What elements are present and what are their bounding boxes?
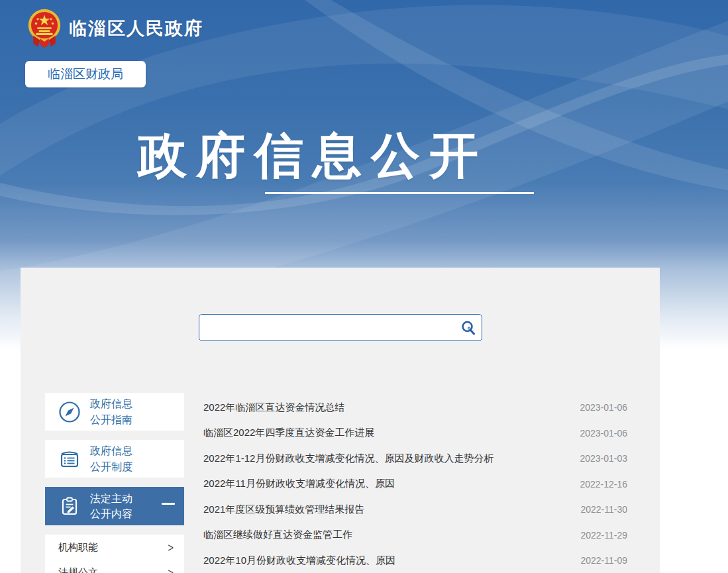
national-emblem-icon [28,7,61,50]
sidebar-item-guide[interactable]: 政府信息 公开指南 [45,393,184,431]
article-date: 2022-11-30 [580,504,627,515]
sidebar-item-label: 政府信息 公开指南 [90,396,132,427]
clipboard-pencil-icon [58,495,81,517]
article-title[interactable]: 临淄区2022年四季度直达资金工作进展 [203,427,374,439]
submenu-item[interactable]: 法规公文 > [45,560,184,573]
search-button[interactable] [455,315,482,340]
article-date: 2022-12-16 [580,479,627,490]
sidebar-submenu: 机构职能 > 法规公文 > [45,535,184,573]
list-item[interactable]: 临淄区继续做好直达资金监管工作 2022-11-29 [203,523,627,548]
list-item[interactable]: 2022年11月份财政收支增减变化情况、原因 2022-12-16 [203,472,627,497]
article-title[interactable]: 2022年11月份财政收支增减变化情况、原因 [203,478,395,490]
article-date: 2023-01-06 [580,402,627,413]
search-icon [460,320,476,336]
search-box [199,314,482,341]
article-date: 2022-11-09 [580,555,627,566]
compass-icon [58,401,81,423]
article-date: 2023-01-03 [580,453,627,464]
article-title[interactable]: 2022年1-12月份财政收支增减变化情况、原因及财政收入走势分析 [203,452,494,465]
submenu-item-label: 机构职能 [58,541,98,554]
article-title[interactable]: 临淄区继续做好直达资金监管工作 [203,529,352,541]
sidebar-nav: 政府信息 公开指南 政府信息 公开制度 [45,393,184,573]
department-badge-button[interactable]: 临淄区财政局 [25,61,146,87]
sidebar-item-rules[interactable]: 政府信息 公开制度 [45,440,184,478]
list-item[interactable]: 2022年1-12月份财政收支增减变化情况、原因及财政收入走势分析 2023-0… [203,446,627,472]
list-item[interactable]: 2022年10月份财政收支增减变化情况、原因 2022-11-09 [203,548,627,573]
submenu-item[interactable]: 机构职能 > [45,535,184,560]
header-brand: 临淄区人民政府 [28,7,203,50]
sidebar-item-label: 法定主动 公开内容 [90,491,132,521]
collapse-minus-icon[interactable] [162,503,175,505]
list-item[interactable]: 2022年临淄区直达资金情况总结 2023-01-06 [203,395,627,421]
article-title[interactable]: 2022年临淄区直达资金情况总结 [203,401,344,414]
chevron-right-icon: > [168,541,174,554]
list-item[interactable]: 临淄区2022年四季度直达资金工作进展 2023-01-06 [203,421,627,446]
article-title[interactable]: 2021年度区级预算绩效管理结果报告 [203,503,364,516]
article-date: 2023-01-06 [580,428,627,439]
chevron-right-icon: > [168,566,174,573]
article-title[interactable]: 2022年10月份财政收支增减变化情况、原因 [203,554,395,567]
submenu-item-label: 法规公文 [58,566,98,573]
sidebar-item-statutory-disclosure[interactable]: 法定主动 公开内容 [45,487,184,525]
rules-book-icon [58,448,81,470]
content-panel: 政府信息 公开指南 政府信息 公开制度 [21,268,660,573]
list-item[interactable]: 2021年度区级预算绩效管理结果报告 2022-11-30 [203,497,627,523]
article-date: 2022-11-29 [580,530,627,541]
page-title-underline [265,192,534,194]
page-title: 政府信息公开 [138,123,488,189]
article-list: 2022年临淄区直达资金情况总结 2023-01-06 临淄区2022年四季度直… [203,395,627,573]
site-name: 临淄区人民政府 [69,17,203,40]
sidebar-item-label: 政府信息 公开制度 [90,443,132,474]
search-input[interactable] [199,315,455,340]
